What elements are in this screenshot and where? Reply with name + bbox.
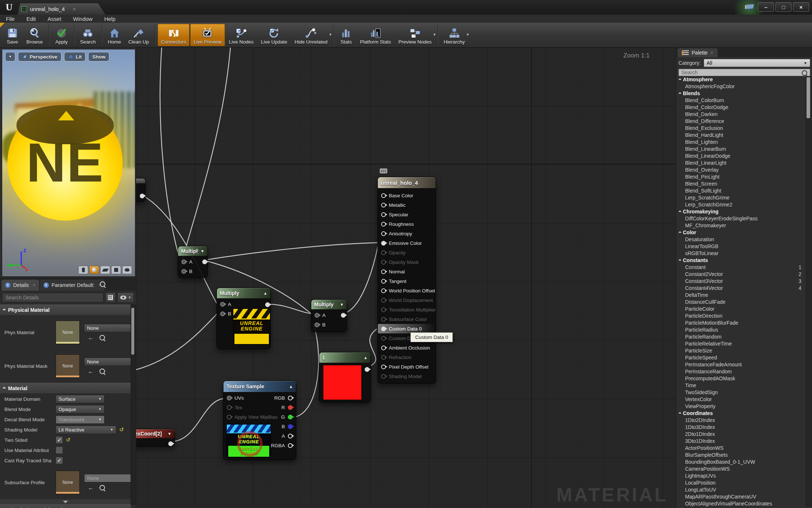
multiply-node-1[interactable]: Multiply ▼ AB bbox=[178, 246, 208, 278]
use-selected-icon[interactable]: ← bbox=[88, 485, 94, 491]
pin-output[interactable] bbox=[265, 300, 270, 309]
visibility-filter-button[interactable]: ▼ bbox=[117, 292, 134, 303]
palette-item[interactable]: DiffColorKeyerErodeSinglePass bbox=[676, 215, 805, 222]
panel-splitter[interactable] bbox=[0, 499, 131, 504]
clean-up-button[interactable]: Clean Up bbox=[125, 24, 152, 46]
chevron-down-icon[interactable]: ▼ bbox=[328, 33, 332, 37]
pin-circle[interactable] bbox=[381, 203, 386, 208]
palette-item[interactable]: Lerp_ScratchGrime2 bbox=[676, 201, 805, 208]
pin-circle[interactable] bbox=[227, 415, 232, 419]
menu-file[interactable]: File bbox=[0, 16, 20, 22]
pin-shading-model[interactable]: Shading Model bbox=[378, 371, 436, 381]
palette-item[interactable]: ParticleSize bbox=[676, 347, 805, 354]
pin-circle[interactable] bbox=[381, 231, 386, 236]
multiply-node-2[interactable]: Multiply ▲ AB UNREAL ENGINE bbox=[217, 288, 271, 349]
use-selected-icon[interactable]: ← bbox=[88, 368, 94, 375]
palette-item[interactable]: BoundingBoxBased_0-1_UVW bbox=[676, 459, 805, 466]
palette-item[interactable]: Lerp_ScratchGrime bbox=[676, 194, 805, 201]
pin-circle[interactable] bbox=[381, 307, 386, 312]
palette-item[interactable]: VertexColor bbox=[676, 396, 805, 403]
constant-node[interactable]: 1 ▲ bbox=[319, 352, 371, 403]
pin-circle[interactable] bbox=[220, 311, 225, 316]
pin-circle[interactable] bbox=[181, 259, 186, 264]
reset-icon[interactable]: ↺ bbox=[66, 437, 71, 443]
pin-a[interactable]: A bbox=[217, 299, 270, 309]
asset-tab-close-icon[interactable]: × bbox=[73, 6, 76, 12]
property-select[interactable]: Surface▼ bbox=[56, 395, 105, 403]
checkbox[interactable]: ✓ bbox=[56, 436, 63, 444]
asset-select[interactable]: None▼ bbox=[84, 324, 131, 332]
pin-circle[interactable] bbox=[288, 434, 293, 438]
asset-thumbnail[interactable]: None bbox=[56, 354, 80, 378]
pin-circle[interactable] bbox=[381, 193, 386, 198]
clipped-node[interactable] bbox=[136, 178, 146, 202]
collapse-icon[interactable]: ▲ bbox=[289, 384, 293, 389]
category-select[interactable]: All ▼ bbox=[704, 59, 810, 67]
asset-thumbnail[interactable]: None bbox=[56, 321, 80, 344]
pin-circle[interactable] bbox=[381, 374, 386, 379]
pin-circle[interactable] bbox=[288, 415, 293, 419]
checkbox[interactable] bbox=[56, 447, 63, 454]
collapse-icon[interactable]: ▼ bbox=[200, 249, 204, 253]
palette-item[interactable]: Blend_Exclusion bbox=[676, 125, 805, 132]
palette-category-atmosphere[interactable]: Atmosphere bbox=[676, 76, 805, 83]
live-preview-button[interactable]: Live Preview bbox=[190, 24, 225, 46]
section-header[interactable]: Physical Material bbox=[0, 305, 131, 315]
palette-item[interactable]: Blend_LinearDodge bbox=[676, 153, 805, 160]
pin-b[interactable]: B bbox=[178, 266, 207, 276]
pin-r[interactable]: R bbox=[268, 403, 296, 412]
browse-to-icon[interactable] bbox=[99, 485, 105, 490]
palette-item[interactable]: Blend_HardLight bbox=[676, 132, 805, 139]
palette-item[interactable]: 1Dto3DIndex bbox=[676, 424, 805, 431]
mesh-teapot-button[interactable] bbox=[122, 266, 132, 274]
palette-item[interactable]: ParticleSpeed bbox=[676, 354, 805, 361]
collapse-icon[interactable]: ▲ bbox=[263, 291, 267, 295]
palette-item[interactable]: ObjectAlignedVirtualPlaneCoordinates bbox=[676, 500, 805, 507]
palette-item[interactable]: Blend_Difference bbox=[676, 118, 805, 125]
palette-item[interactable]: PerInstanceFadeAmount bbox=[676, 361, 805, 368]
browse-button[interactable]: Browse bbox=[23, 24, 46, 46]
palette-item[interactable]: ViewProperty bbox=[676, 403, 805, 410]
palette-item[interactable]: Blend_Lighten bbox=[676, 139, 805, 146]
palette-item[interactable]: MapARPassthroughCameraUV bbox=[676, 493, 805, 500]
pin-circle[interactable] bbox=[220, 302, 225, 307]
pin-tangent[interactable]: Tangent bbox=[378, 276, 436, 286]
property-select[interactable]: Opaque▼ bbox=[56, 405, 105, 414]
search-button[interactable]: Search bbox=[77, 24, 99, 46]
palette-item[interactable]: Blend_ColorBurn bbox=[676, 97, 805, 104]
home-button[interactable]: Home bbox=[105, 24, 124, 46]
palette-item[interactable]: Blend_LinearBurn bbox=[676, 146, 805, 153]
pin-circle[interactable] bbox=[381, 365, 386, 369]
palette-item[interactable]: 3Dto1DIndex bbox=[676, 438, 805, 445]
pin-circle[interactable] bbox=[227, 396, 232, 400]
pin-circle[interactable] bbox=[381, 279, 386, 284]
comment-bubble-icon[interactable] bbox=[380, 168, 387, 173]
pin-circle[interactable] bbox=[381, 336, 386, 341]
palette-item[interactable]: ParticleColor bbox=[676, 306, 805, 313]
live-nodes-button[interactable]: Live Nodes bbox=[226, 24, 257, 46]
pin-roughness[interactable]: Roughness bbox=[378, 219, 436, 229]
palette-category-chromakeying[interactable]: Chromakeying bbox=[676, 208, 805, 215]
palette-item[interactable]: sRGBToLinear bbox=[676, 250, 805, 257]
preview-nodes-button[interactable]: Preview Nodes▼ bbox=[395, 24, 435, 46]
texture-sample-node[interactable]: Texture Sample ▲ UVsTexApply View MipBia… bbox=[223, 381, 296, 460]
palette-item[interactable]: MF_Chromakeyer bbox=[676, 222, 805, 229]
pin-circle[interactable] bbox=[381, 260, 386, 265]
browse-to-icon[interactable] bbox=[99, 335, 105, 340]
palette-item[interactable]: Blend_LinearLight bbox=[676, 160, 805, 167]
chevron-down-icon[interactable]: ▼ bbox=[433, 33, 436, 37]
pin-circle[interactable] bbox=[315, 322, 319, 327]
mesh-sphere-button[interactable] bbox=[89, 266, 99, 274]
pin-circle[interactable] bbox=[227, 405, 232, 410]
pin-specular[interactable]: Specular bbox=[378, 210, 436, 219]
palette-item[interactable]: DistanceCullFade bbox=[676, 299, 805, 306]
pin-circle[interactable] bbox=[381, 241, 386, 246]
palette-item[interactable]: 2Dto1DIndex bbox=[676, 431, 805, 438]
pin-circle[interactable] bbox=[181, 269, 186, 274]
section-header[interactable]: Material bbox=[0, 383, 131, 394]
pin-subsurface-color[interactable]: Subsurface Color bbox=[378, 314, 436, 324]
pin-circle[interactable] bbox=[381, 355, 386, 360]
preview-viewport[interactable]: NE ▼ PerspectiveLitShow Z x bbox=[2, 49, 135, 277]
palette-item[interactable]: Blend_SoftLight bbox=[676, 187, 805, 194]
live-update-button[interactable]: Live Update bbox=[257, 24, 290, 46]
